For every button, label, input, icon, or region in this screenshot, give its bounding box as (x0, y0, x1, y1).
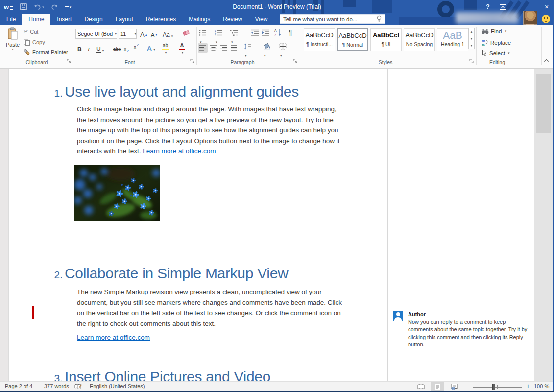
undo-dropdown[interactable]: ▾ (42, 5, 44, 9)
tab-mailings[interactable]: Mailings (182, 14, 217, 24)
lightbulb-icon (376, 15, 382, 23)
collapse-ribbon-button[interactable] (544, 59, 549, 62)
office-com-link-1[interactable]: Learn more at office.com (143, 147, 216, 155)
find-button[interactable]: Find (482, 28, 506, 34)
vertical-scrollbar[interactable] (534, 69, 553, 381)
language-indicator[interactable]: English (United States) (90, 383, 145, 389)
borders-button[interactable] (279, 43, 287, 59)
clear-formatting-button[interactable] (182, 29, 190, 37)
web-layout-icon (451, 384, 458, 390)
clipboard-dialog-launcher[interactable] (67, 59, 72, 64)
word-count[interactable]: 377 words (44, 383, 69, 389)
styles-scroll-up-button[interactable]: ▲ (468, 28, 475, 35)
flowers-photo[interactable] (74, 165, 160, 221)
redo-button[interactable] (51, 4, 58, 10)
highlight-color-button[interactable]: ab (162, 43, 169, 51)
minimize-button[interactable]: – (510, 0, 525, 14)
shading-button[interactable] (263, 43, 271, 59)
copy-button[interactable]: Copy (24, 39, 45, 46)
align-right-button[interactable] (219, 43, 229, 53)
grow-font-button[interactable]: A▲ (140, 29, 148, 38)
increase-indent-button[interactable] (262, 29, 270, 36)
office-com-link-2[interactable]: Learn more at office.com (77, 334, 150, 341)
style-ui[interactable]: AaBbCcI ¶ UI (370, 28, 402, 51)
web-layout-button[interactable] (448, 382, 460, 391)
change-case-button[interactable]: Aa (163, 29, 173, 38)
clipboard-group-label: Clipboard (15, 59, 59, 65)
text-effects-button[interactable]: A (147, 43, 155, 52)
redo-icon (51, 4, 58, 10)
page-indicator[interactable]: Page 2 of 4 (5, 383, 32, 389)
comment-text: Now you can reply to a comment to keep c… (408, 318, 529, 348)
find-binoculars-icon (482, 29, 489, 34)
svg-text:Z: Z (274, 33, 277, 37)
customize-qat-button[interactable]: ▾ (65, 5, 72, 9)
font-dialog-launcher[interactable] (190, 59, 195, 64)
bold-button[interactable]: B (77, 44, 82, 53)
svg-text:A: A (274, 29, 277, 32)
paste-button[interactable]: Paste ▾ (4, 27, 22, 58)
zoom-level[interactable]: 100 % (534, 383, 549, 389)
close-button[interactable]: × (539, 0, 554, 14)
zoom-slider-thumb[interactable] (492, 384, 495, 390)
styles-gallery-more-button[interactable]: ▼ (468, 42, 475, 49)
print-layout-icon (435, 384, 440, 390)
tab-insert[interactable]: Insert (50, 14, 78, 24)
show-hide-pilcrow-button[interactable]: ¶ (289, 28, 292, 36)
style-normal[interactable]: AaBbCcD ¶ Normal (337, 28, 368, 51)
sort-button[interactable]: AZ (274, 28, 282, 37)
zoom-in-button[interactable]: + (526, 382, 530, 390)
format-painter-button[interactable]: Format Painter (24, 49, 68, 56)
align-left-button[interactable] (198, 43, 208, 53)
styles-scroll-down-button[interactable]: ▼ (468, 35, 475, 42)
revision-change-bar[interactable] (32, 306, 34, 319)
tell-me-placeholder: Tell me what you want to do... (280, 16, 376, 22)
tab-references[interactable]: References (140, 14, 182, 24)
font-name-combo[interactable]: Segoe UI (Bod (75, 29, 117, 39)
align-center-button[interactable] (209, 43, 218, 53)
paragraph-dialog-launcher[interactable] (293, 59, 298, 64)
select-button[interactable]: Select (482, 50, 509, 56)
tab-design[interactable]: Design (78, 14, 109, 24)
subscript-button[interactable]: x2 (124, 44, 129, 53)
superscript-button[interactable]: x2 (134, 43, 139, 52)
document-canvas[interactable]: 1. Use live layout and alignment guides … (0, 69, 554, 381)
save-button[interactable] (20, 3, 27, 10)
maximize-button[interactable] (525, 0, 539, 14)
style-no-spacing[interactable]: AaBbCcD No Spacing (404, 28, 435, 51)
shrink-font-button[interactable]: A▼ (151, 29, 158, 38)
style-instructions[interactable]: AaBbCcD ¶ Instructi... (304, 28, 335, 51)
tab-view[interactable]: View (249, 14, 274, 24)
undo-icon (34, 4, 41, 10)
font-color-button[interactable]: A (179, 43, 185, 51)
signed-in-user-name[interactable] (456, 12, 518, 23)
shading-icon (263, 43, 271, 50)
vertical-scrollbar-thumb[interactable] (536, 74, 551, 133)
cut-button[interactable]: ✂ Cut (24, 28, 38, 35)
read-mode-button[interactable] (414, 382, 427, 391)
justify-icon (231, 45, 238, 51)
print-layout-button[interactable] (431, 382, 444, 391)
line-spacing-button[interactable] (244, 43, 252, 59)
zoom-out-button[interactable]: − (465, 382, 469, 390)
strikethrough-button[interactable]: abc (113, 44, 121, 53)
replace-button[interactable]: ab ac Replace (482, 39, 511, 46)
font-size-combo[interactable]: 11 (119, 29, 137, 39)
underline-button[interactable]: U (96, 44, 104, 53)
undo-button[interactable]: ▾ (34, 4, 44, 10)
help-button[interactable]: ? (481, 0, 495, 14)
decrease-indent-button[interactable] (251, 29, 259, 36)
tab-layout[interactable]: Layout (109, 14, 140, 24)
style-heading-1[interactable]: AaB Heading 1 (437, 28, 468, 51)
proofing-status-icon[interactable] (74, 384, 82, 390)
tab-review[interactable]: Review (217, 14, 248, 24)
styles-dialog-launcher[interactable] (469, 59, 475, 64)
quick-access-toolbar: w ▾ (4, 2, 71, 12)
italic-button[interactable]: I (88, 44, 90, 53)
justify-button[interactable] (229, 43, 239, 53)
feedback-smiley-icon[interactable] (542, 15, 550, 23)
tab-home[interactable]: Home (22, 14, 50, 24)
tab-file[interactable]: File (0, 14, 22, 24)
ribbon-display-options-button[interactable] (495, 0, 510, 14)
tell-me-search-box[interactable]: Tell me what you want to do... (280, 14, 385, 24)
